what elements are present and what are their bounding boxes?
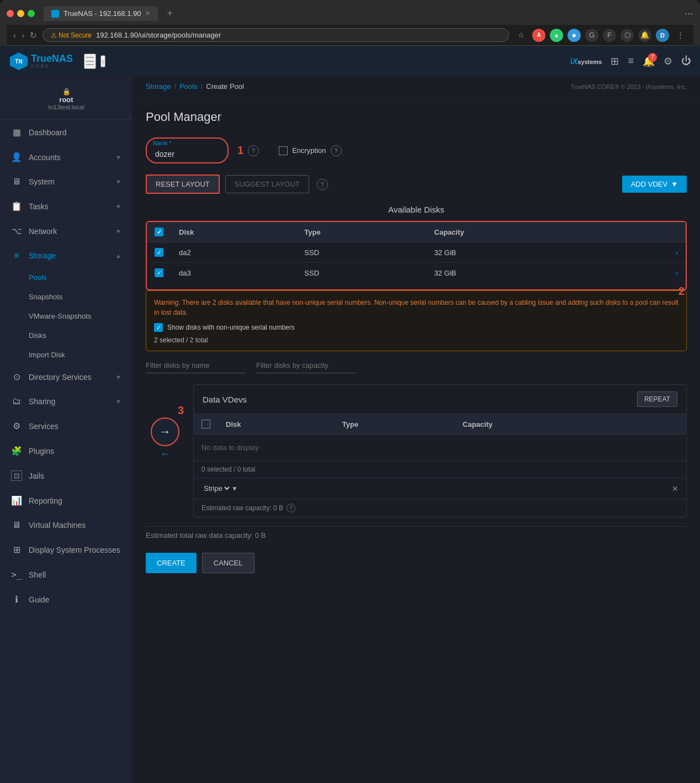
ext-4-icon[interactable]: G (585, 29, 598, 42)
sidebar-item-plugins[interactable]: 🧩 Plugins (0, 438, 132, 463)
user-info: 🔒 root tn13test.local (0, 81, 132, 120)
refresh-btn[interactable]: ↻ (30, 30, 37, 40)
stripe-type-select[interactable]: Stripe (201, 484, 231, 493)
sidebar-subitem-disks[interactable]: Disks (0, 326, 132, 345)
minimize-window-btn[interactable] (17, 10, 24, 17)
system-arrow-icon: ▼ (115, 178, 121, 185)
forward-btn[interactable]: › (22, 30, 24, 40)
pool-name-input[interactable] (149, 147, 226, 161)
maximize-window-btn[interactable] (28, 10, 35, 17)
vdev-remove-btn[interactable]: ✕ (672, 484, 678, 493)
suggest-layout-btn[interactable]: SUGGEST LAYOUT (225, 175, 309, 193)
nav-back-btn[interactable]: ‹ (100, 55, 105, 67)
filter-disks-by-name-input[interactable] (146, 358, 245, 373)
add-vdev-btn[interactable]: ADD VDEV ▼ (622, 176, 687, 193)
new-tab-btn[interactable]: + (162, 6, 177, 22)
ext-6-icon[interactable]: ⬡ (621, 29, 634, 42)
sidebar-item-accounts[interactable]: 👤 Accounts ▼ (0, 145, 132, 170)
copyright-text: TrueNAS CORE® © 2023 - iXsystems, Inc. (571, 83, 687, 90)
close-window-btn[interactable] (7, 10, 14, 17)
sidebar-item-network[interactable]: ⌥ Network ▼ (0, 219, 132, 244)
vdev-title: Data VDevs (203, 395, 247, 404)
url-bar[interactable]: ⚠ Not Secure 192.168.1.90/ui/storage/poo… (43, 28, 509, 42)
sidebar-item-sharing[interactable]: 🗂 Sharing ▼ (0, 389, 132, 414)
repeat-btn[interactable]: REPEAT (637, 392, 677, 407)
sidebar-item-storage[interactable]: ≡ Storage ▲ (0, 244, 132, 268)
cancel-btn[interactable]: CANCEL (202, 553, 254, 573)
sidebar-item-virtual-machines[interactable]: 🖥 Virtual Machines (0, 513, 132, 537)
name-label: Name * (149, 140, 226, 146)
logo-icon: TN (9, 51, 29, 71)
encryption-checkbox[interactable] (279, 146, 288, 155)
active-tab[interactable]: TrueNAS - 192.168.1.90 ✕ (44, 6, 158, 21)
capacity-help-icon[interactable]: ? (287, 504, 295, 512)
sidebar-label-network: Network (29, 227, 109, 236)
tab-close-btn[interactable]: ✕ (145, 10, 150, 17)
ext-7-icon[interactable]: 🔔 (638, 29, 651, 42)
disk-row-2-type: SSD (296, 263, 426, 283)
name-help-icon[interactable]: ? (248, 145, 259, 156)
suggest-help-icon[interactable]: ? (317, 179, 328, 190)
table-row: ✓ da3 SSD 32 GiB › (147, 263, 686, 283)
sidebar-subitem-pools[interactable]: Pools (0, 268, 132, 287)
ext-5-icon[interactable]: F (603, 29, 616, 42)
breadcrumb-storage[interactable]: Storage (146, 82, 171, 91)
hamburger-btn[interactable]: ☰ (84, 54, 96, 69)
disk-row-2-expand-btn[interactable]: › (612, 263, 686, 283)
power-btn[interactable]: ⏻ (681, 55, 691, 67)
sidebar-item-shell[interactable]: >_ Shell (0, 562, 132, 587)
disk-row-1-expand-btn[interactable]: › (612, 242, 686, 263)
select-all-checkbox[interactable]: ✓ (155, 228, 163, 236)
bc-sep-1: / (174, 82, 177, 91)
sidebar-item-services[interactable]: ⚙ Services (0, 414, 132, 438)
ext-3-icon[interactable]: ◆ (568, 29, 581, 42)
sidebar-item-reporting[interactable]: 📊 Reporting (0, 488, 132, 513)
vdev-select-all-checkbox[interactable] (201, 420, 210, 428)
encryption-help-icon[interactable]: ? (331, 145, 342, 156)
breadcrumb-pools[interactable]: Pools (179, 82, 198, 91)
content-area: Storage / Pools / Create Pool TrueNAS CO… (132, 77, 700, 783)
sidebar-item-tasks[interactable]: 📋 Tasks ▼ (0, 194, 132, 219)
back-btn[interactable]: ‹ (13, 30, 16, 40)
address-bar: ‹ › ↻ ⚠ Not Secure 192.168.1.90/ui/stora… (7, 25, 693, 46)
sidebar-subitem-vmware-snapshots[interactable]: VMware-Snapshots (0, 306, 132, 326)
available-disks-highlight: ✓ Disk Type Capacity (146, 221, 687, 290)
sidebar-item-directory-services[interactable]: ⊙ Directory Services ▼ (0, 364, 132, 389)
sidebar-item-dashboard[interactable]: ▦ Dashboard (0, 120, 132, 145)
sidebar-item-jails[interactable]: ⊡ Jails (0, 463, 132, 488)
profile-icon[interactable]: D (656, 29, 669, 42)
show-nonunique-checkbox[interactable]: ✓ (154, 323, 163, 332)
disk-row-2-capacity: 32 GiB (427, 263, 613, 283)
sidebar-item-guide[interactable]: ℹ Guide (0, 587, 132, 612)
browser-more-btn[interactable]: ⋮ (674, 29, 687, 42)
vdev-section-layout: 3 → ← Data VDevs REPEAT (146, 384, 687, 526)
sidebar-item-system[interactable]: 🖥 System ▼ (0, 170, 132, 194)
storage-icon: ≡ (11, 251, 22, 261)
sidebar-item-display-system-processes[interactable]: ⊞ Display System Processes (0, 537, 132, 562)
vmware-snapshots-label: VMware-Snapshots (29, 312, 91, 320)
filter-disks-by-capacity-input[interactable] (256, 358, 356, 373)
sidebar-subitem-import-disk[interactable]: Import Disk (0, 345, 132, 364)
cloud-btn[interactable]: ⊞ (611, 55, 619, 67)
warning-text: Warning: There are 2 disks available tha… (154, 298, 678, 318)
notifications-btn[interactable]: 🔔 7 (643, 55, 655, 67)
logo-text: TrueNAS CORE (31, 54, 73, 69)
bc-sep-2: / (201, 82, 203, 91)
reset-layout-btn[interactable]: RESET LAYOUT (146, 174, 220, 194)
available-disks-table: ✓ Disk Type Capacity (147, 222, 686, 283)
network-icon: ⌥ (11, 226, 22, 236)
sidebar-label-accounts: Accounts (29, 153, 109, 162)
ext-2-icon[interactable]: ▲ (550, 29, 563, 42)
ext-1-icon[interactable]: A (532, 29, 545, 42)
disk-row-2-checkbox[interactable]: ✓ (155, 268, 163, 277)
settings-btn[interactable]: ⚙ (664, 55, 672, 67)
tasks-btn[interactable]: ≡ (628, 55, 634, 67)
create-btn[interactable]: CREATE (146, 553, 197, 573)
browser-menu-btn[interactable]: ⋯ (685, 8, 693, 19)
sidebar-subitem-snapshots[interactable]: Snapshots (0, 287, 132, 306)
bookmark-btn[interactable]: ☆ (515, 29, 528, 42)
plugins-icon: 🧩 (11, 446, 22, 456)
disk-row-1-checkbox[interactable]: ✓ (155, 248, 163, 257)
storage-arrow-icon: ▲ (115, 252, 121, 259)
transfer-disk-btn[interactable]: → (151, 417, 179, 446)
